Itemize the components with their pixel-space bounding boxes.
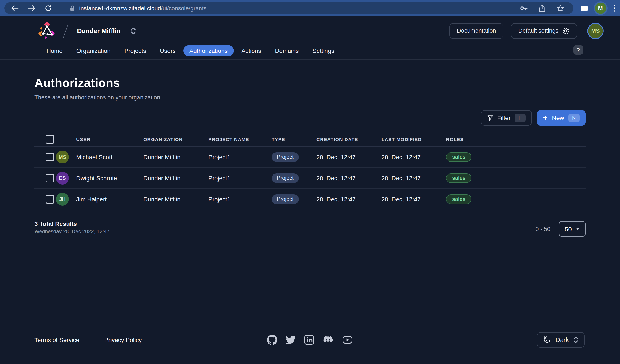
column-header-creation-date: CREATION DATE [316,137,381,142]
cell-project-name: Project1 [208,196,272,203]
cell-creation-date: 28. Dec, 12:47 [316,154,381,161]
cell-project-name: Project1 [208,175,272,182]
app-header: Dunder Mifflin Documentation Default set… [0,16,620,45]
nav-item-actions[interactable]: Actions [235,45,267,56]
filter-shortcut-badge: F [514,114,526,122]
gear-icon [562,27,570,35]
org-switcher-icon[interactable] [130,27,137,35]
new-label: New [552,114,564,121]
role-badge: sales [446,195,472,204]
cell-user: Michael Scott [76,154,143,161]
authorizations-table: USER ORGANIZATION PROJECT NAME TYPE CREA… [34,133,586,210]
url-bar[interactable]: instance1-dkmnzw.zitadel.cloud/ui/consol… [79,5,206,11]
cell-creation-date: 28. Dec, 12:47 [316,175,381,182]
role-badge: sales [446,173,472,183]
column-header-project-name: PROJECT NAME [208,137,272,142]
nav-item-settings[interactable]: Settings [307,45,340,56]
page-range: 0 - 50 [536,226,550,232]
browser-chrome: instance1-dkmnzw.zitadel.cloud/ui/consol… [0,0,620,16]
browser-back-button[interactable] [11,5,18,11]
table-toolbar: Filter F + New N [34,110,586,126]
total-results: 3 Total Results [34,220,109,227]
terms-of-service-link[interactable]: Terms of Service [34,336,79,343]
row-checkbox[interactable] [46,195,54,203]
browser-omnibox-zone: instance1-dkmnzw.zitadel.cloud/ui/consol… [4,2,574,14]
table-row[interactable]: DS Dwight Schrute Dunder Mifflin Project… [34,168,586,189]
browser-forward-button[interactable] [28,5,35,11]
column-header-last-modified: LAST MODIFIED [381,137,446,142]
new-button[interactable]: + New N [537,110,586,126]
cell-project-name: Project1 [208,154,272,161]
linkedin-icon[interactable] [304,334,314,345]
nav-item-authorizations[interactable]: Authorizations [184,45,233,56]
nav-item-users[interactable]: Users [154,45,182,56]
breadcrumb-separator [63,24,68,38]
page-size-value: 50 [565,225,572,233]
row-avatar: DS [56,172,69,184]
chevron-down-icon [576,228,580,230]
screen: instance1-dkmnzw.zitadel.cloud/ui/consol… [0,0,620,364]
default-settings-button[interactable]: Default settings [511,23,577,39]
main-nav: Home Organization Projects Users Authori… [0,45,620,60]
nav-item-projects[interactable]: Projects [118,45,152,56]
role-badge: sales [446,152,472,162]
github-icon[interactable] [267,334,277,345]
theme-switcher-icon [573,336,579,343]
pagination: 3 Total Results Wednesday 28. Dec 2022, … [34,220,586,237]
column-header-type: TYPE [272,137,316,142]
share-icon[interactable] [539,4,545,12]
plus-icon: + [543,113,548,121]
table-row[interactable]: JH Jim Halpert Dunder Mifflin Project1 P… [34,189,586,210]
twitter-icon[interactable] [285,334,296,345]
select-all-checkbox[interactable] [46,135,54,144]
filter-icon [487,115,494,121]
page-size-select[interactable]: 50 [559,221,586,237]
type-badge: Project [272,152,299,162]
help-button[interactable]: ? [574,45,583,55]
table-header-row: USER ORGANIZATION PROJECT NAME TYPE CREA… [34,133,586,147]
url-path: /ui/console/grants [161,5,207,11]
main-content: Authorizations These are all authorizati… [0,76,620,237]
filter-button[interactable]: Filter F [481,110,532,126]
cell-organization: Dunder Mifflin [143,196,208,203]
row-checkbox[interactable] [46,153,54,161]
filter-label: Filter [497,114,511,121]
documentation-label: Documentation [457,28,496,34]
type-badge: Project [272,173,299,183]
row-checkbox[interactable] [46,174,54,182]
youtube-icon[interactable] [342,334,353,345]
social-links [267,334,353,345]
password-key-icon[interactable] [520,6,528,11]
theme-select[interactable]: Dark [537,332,585,348]
nav-item-home[interactable]: Home [40,45,69,56]
side-panel-icon[interactable] [581,5,588,11]
documentation-button[interactable]: Documentation [450,23,503,39]
cell-creation-date: 28. Dec, 12:47 [316,196,381,203]
browser-profile-avatar[interactable]: M [595,2,606,14]
cell-user: Dwight Schrute [76,175,143,182]
table-row[interactable]: MS Michael Scott Dunder Mifflin Project1… [34,147,586,168]
nav-item-domains[interactable]: Domains [269,45,305,56]
row-avatar: JH [56,193,69,206]
column-header-roles: ROLES [446,137,586,142]
cell-organization: Dunder Mifflin [143,175,208,182]
browser-menu-icon[interactable] [613,5,615,12]
bookmark-star-icon[interactable] [557,5,564,12]
cell-user: Jim Halpert [76,196,143,203]
cell-last-modified: 28. Dec, 12:47 [381,196,446,203]
lock-icon[interactable] [70,5,75,11]
privacy-policy-link[interactable]: Privacy Policy [104,336,142,343]
nav-item-organization[interactable]: Organization [70,45,117,56]
footer: Terms of Service Privacy Policy [0,315,620,364]
cell-last-modified: 28. Dec, 12:47 [381,175,446,182]
page-subtitle: These are all authorizations on your org… [34,94,586,101]
row-avatar: MS [56,151,69,164]
default-settings-label: Default settings [518,28,558,34]
column-header-organization: ORGANIZATION [143,137,208,142]
discord-icon[interactable] [323,334,334,345]
zitadel-logo-icon[interactable] [38,22,56,40]
user-avatar[interactable]: MS [588,23,603,38]
org-name: Dunder Mifflin [77,27,121,34]
browser-reload-button[interactable] [45,5,52,12]
cell-organization: Dunder Mifflin [143,154,208,161]
